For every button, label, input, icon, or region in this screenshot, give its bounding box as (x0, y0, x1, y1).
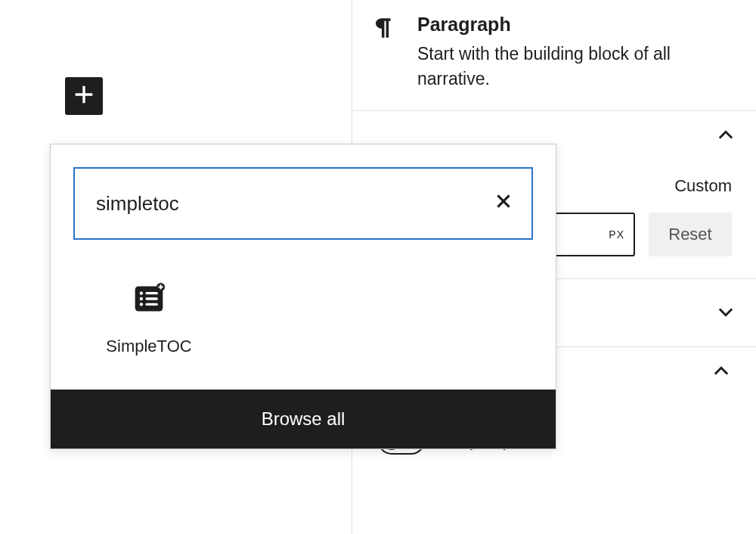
block-result-label: SimpleTOC (106, 337, 191, 356)
svg-point-1 (140, 291, 143, 294)
block-inserter-popover: SimpleTOC Browse all (50, 144, 556, 449)
block-title: Paragraph (417, 14, 733, 36)
svg-point-5 (140, 303, 143, 306)
add-block-button[interactable] (65, 77, 103, 115)
svg-rect-4 (145, 297, 158, 300)
custom-size-label: Custom (674, 176, 732, 196)
unit-label: PX (609, 228, 624, 241)
chevron-down-icon (715, 301, 736, 322)
block-info-panel: Paragraph Start with the building block … (352, 0, 756, 111)
chevron-up-icon[interactable] (711, 361, 732, 382)
reset-button[interactable]: Reset (649, 213, 732, 256)
close-icon (494, 191, 513, 214)
paragraph-icon (369, 14, 398, 45)
svg-rect-2 (145, 292, 158, 294)
block-description: Start with the building block of all nar… (417, 42, 733, 92)
block-result-simpletoc[interactable]: SimpleTOC (73, 282, 225, 356)
block-search-input[interactable] (73, 167, 533, 240)
search-results: SimpleTOC (51, 252, 556, 390)
browse-all-button[interactable]: Browse all (51, 390, 556, 449)
font-size-input[interactable]: PX (544, 213, 635, 256)
plus-icon (71, 82, 97, 110)
chevron-up-icon[interactable] (715, 125, 736, 146)
clear-search-button[interactable] (492, 191, 515, 214)
list-icon (132, 282, 166, 318)
svg-point-3 (140, 297, 143, 300)
svg-rect-6 (145, 303, 158, 306)
